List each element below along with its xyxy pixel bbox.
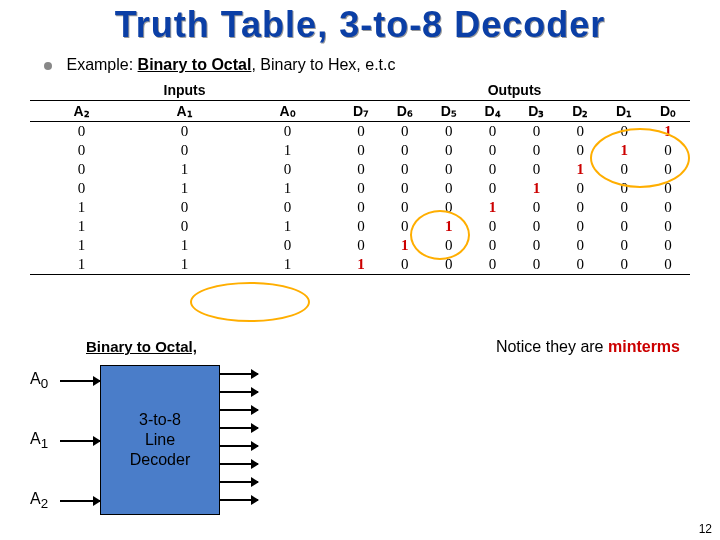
decoder-input-label: A1 <box>30 430 48 451</box>
cell: 0 <box>558 198 602 217</box>
example-line: Example: Binary to Octal, Binary to Hex,… <box>44 56 720 74</box>
output-arrow-icon <box>220 445 258 447</box>
cell: 0 <box>133 217 236 236</box>
cell: 0 <box>471 236 515 255</box>
cell: 1 <box>30 217 133 236</box>
cell: 0 <box>427 179 471 198</box>
column-header: D₂ <box>558 101 602 122</box>
table-row: 01100001000 <box>30 179 690 198</box>
cell: 0 <box>515 141 559 160</box>
column-header: D₀ <box>646 101 690 122</box>
cell: 0 <box>646 198 690 217</box>
table-row: 10000010000 <box>30 198 690 217</box>
output-arrow-icon <box>220 481 258 483</box>
cell: 0 <box>427 198 471 217</box>
cell: 1 <box>133 255 236 275</box>
cell: 0 <box>515 217 559 236</box>
minterms-word: minterms <box>608 338 680 355</box>
binary-to-octal-sublabel: Binary to Octal, <box>86 338 197 355</box>
cell: 0 <box>646 179 690 198</box>
outputs-header: Outputs <box>339 80 690 101</box>
cell: 0 <box>427 255 471 275</box>
cell: 1 <box>30 236 133 255</box>
column-header: D₄ <box>471 101 515 122</box>
page-number: 12 <box>699 522 712 536</box>
cell: 0 <box>30 179 133 198</box>
cell: 0 <box>427 141 471 160</box>
column-header: D₇ <box>339 101 383 122</box>
cell: 0 <box>236 160 339 179</box>
cell: 0 <box>383 160 427 179</box>
cell: 0 <box>427 160 471 179</box>
output-arrow-icon <box>220 427 258 429</box>
cell: 0 <box>236 122 339 141</box>
cell: 1 <box>383 236 427 255</box>
table-row: 00000000001 <box>30 122 690 141</box>
cell: 1 <box>133 160 236 179</box>
output-arrow-icon <box>220 409 258 411</box>
cell: 0 <box>339 217 383 236</box>
cell: 1 <box>133 236 236 255</box>
cell: 0 <box>30 160 133 179</box>
example-prefix: Example: <box>66 56 137 73</box>
inputs-header: Inputs <box>30 80 339 101</box>
decoder-input-label: A2 <box>30 490 48 511</box>
cell: 1 <box>515 179 559 198</box>
cell: 0 <box>383 217 427 236</box>
cell: 0 <box>558 141 602 160</box>
cell: 0 <box>383 198 427 217</box>
cell: 0 <box>30 122 133 141</box>
column-header: A₁ <box>133 101 236 122</box>
cell: 1 <box>427 217 471 236</box>
decoder-input-label: A0 <box>30 370 48 391</box>
cell: 1 <box>133 179 236 198</box>
cell: 0 <box>383 179 427 198</box>
output-arrow-icon <box>220 499 258 501</box>
cell: 0 <box>558 217 602 236</box>
cell: 1 <box>646 122 690 141</box>
column-header: D₅ <box>427 101 471 122</box>
cell: 0 <box>339 141 383 160</box>
binary-to-octal-link: Binary to Octal <box>138 56 252 73</box>
table-row: 11110000000 <box>30 255 690 275</box>
input-arrow-icon <box>60 440 100 442</box>
notice-pre: Notice they are <box>496 338 608 355</box>
cell: 0 <box>646 141 690 160</box>
cell: 0 <box>602 198 646 217</box>
cell: 0 <box>515 236 559 255</box>
cell: 0 <box>236 236 339 255</box>
cell: 0 <box>558 255 602 275</box>
example-suffix: , Binary to Hex, e.t.c <box>251 56 395 73</box>
cell: 0 <box>646 217 690 236</box>
table-row: 11001000000 <box>30 236 690 255</box>
cell: 0 <box>339 179 383 198</box>
cell: 1 <box>558 160 602 179</box>
cell: 0 <box>646 255 690 275</box>
cell: 0 <box>30 141 133 160</box>
cell: 0 <box>471 160 515 179</box>
cell: 0 <box>339 236 383 255</box>
column-header: D₁ <box>602 101 646 122</box>
cell: 0 <box>471 217 515 236</box>
cell: 0 <box>515 160 559 179</box>
decoder-label: 3-to-8LineDecoder <box>101 410 219 470</box>
column-header: D₃ <box>515 101 559 122</box>
cell: 0 <box>602 255 646 275</box>
cell: 1 <box>339 255 383 275</box>
cell: 0 <box>383 122 427 141</box>
cell: 0 <box>602 122 646 141</box>
notice-text: Notice they are minterms <box>496 338 680 356</box>
cell: 1 <box>236 141 339 160</box>
cell: 0 <box>427 122 471 141</box>
cell: 1 <box>30 255 133 275</box>
cell: 0 <box>646 160 690 179</box>
bullet-icon <box>44 62 52 70</box>
cell: 0 <box>133 122 236 141</box>
cell: 1 <box>236 179 339 198</box>
cell: 1 <box>236 255 339 275</box>
input-arrow-icon <box>60 500 100 502</box>
cell: 0 <box>515 198 559 217</box>
cell: 0 <box>602 179 646 198</box>
table-row: 10100100000 <box>30 217 690 236</box>
cell: 0 <box>515 122 559 141</box>
